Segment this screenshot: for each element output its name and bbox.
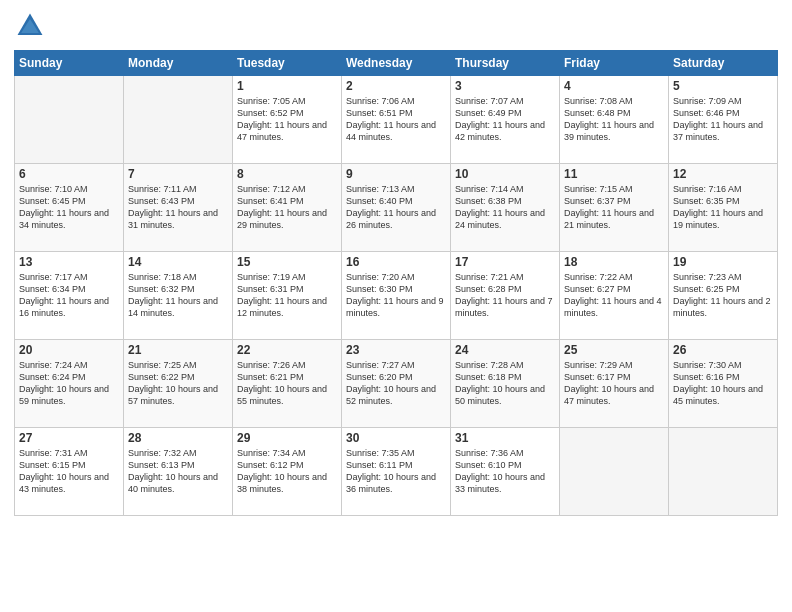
day-header-sunday: Sunday [15, 51, 124, 76]
day-number: 28 [128, 431, 228, 445]
cell-content: Sunrise: 7:36 AM Sunset: 6:10 PM Dayligh… [455, 447, 555, 496]
cell-content: Sunrise: 7:29 AM Sunset: 6:17 PM Dayligh… [564, 359, 664, 408]
cell-content: Sunrise: 7:13 AM Sunset: 6:40 PM Dayligh… [346, 183, 446, 232]
calendar-cell: 21Sunrise: 7:25 AM Sunset: 6:22 PM Dayli… [124, 340, 233, 428]
day-number: 6 [19, 167, 119, 181]
day-number: 8 [237, 167, 337, 181]
calendar-cell: 25Sunrise: 7:29 AM Sunset: 6:17 PM Dayli… [560, 340, 669, 428]
day-header-friday: Friday [560, 51, 669, 76]
day-number: 9 [346, 167, 446, 181]
day-number: 18 [564, 255, 664, 269]
day-number: 10 [455, 167, 555, 181]
week-row-2: 6Sunrise: 7:10 AM Sunset: 6:45 PM Daylig… [15, 164, 778, 252]
cell-content: Sunrise: 7:27 AM Sunset: 6:20 PM Dayligh… [346, 359, 446, 408]
day-number: 29 [237, 431, 337, 445]
cell-content: Sunrise: 7:05 AM Sunset: 6:52 PM Dayligh… [237, 95, 337, 144]
day-number: 13 [19, 255, 119, 269]
calendar-cell: 1Sunrise: 7:05 AM Sunset: 6:52 PM Daylig… [233, 76, 342, 164]
calendar-cell: 5Sunrise: 7:09 AM Sunset: 6:46 PM Daylig… [669, 76, 778, 164]
cell-content: Sunrise: 7:24 AM Sunset: 6:24 PM Dayligh… [19, 359, 119, 408]
day-number: 1 [237, 79, 337, 93]
calendar-cell: 22Sunrise: 7:26 AM Sunset: 6:21 PM Dayli… [233, 340, 342, 428]
calendar-cell: 26Sunrise: 7:30 AM Sunset: 6:16 PM Dayli… [669, 340, 778, 428]
cell-content: Sunrise: 7:25 AM Sunset: 6:22 PM Dayligh… [128, 359, 228, 408]
day-number: 5 [673, 79, 773, 93]
calendar-cell: 3Sunrise: 7:07 AM Sunset: 6:49 PM Daylig… [451, 76, 560, 164]
calendar-cell: 30Sunrise: 7:35 AM Sunset: 6:11 PM Dayli… [342, 428, 451, 516]
calendar-cell: 14Sunrise: 7:18 AM Sunset: 6:32 PM Dayli… [124, 252, 233, 340]
calendar-cell [124, 76, 233, 164]
cell-content: Sunrise: 7:07 AM Sunset: 6:49 PM Dayligh… [455, 95, 555, 144]
header-row: SundayMondayTuesdayWednesdayThursdayFrid… [15, 51, 778, 76]
week-row-5: 27Sunrise: 7:31 AM Sunset: 6:15 PM Dayli… [15, 428, 778, 516]
day-number: 2 [346, 79, 446, 93]
cell-content: Sunrise: 7:10 AM Sunset: 6:45 PM Dayligh… [19, 183, 119, 232]
day-number: 17 [455, 255, 555, 269]
day-number: 27 [19, 431, 119, 445]
day-number: 25 [564, 343, 664, 357]
cell-content: Sunrise: 7:15 AM Sunset: 6:37 PM Dayligh… [564, 183, 664, 232]
calendar-cell: 15Sunrise: 7:19 AM Sunset: 6:31 PM Dayli… [233, 252, 342, 340]
cell-content: Sunrise: 7:17 AM Sunset: 6:34 PM Dayligh… [19, 271, 119, 320]
cell-content: Sunrise: 7:28 AM Sunset: 6:18 PM Dayligh… [455, 359, 555, 408]
cell-content: Sunrise: 7:11 AM Sunset: 6:43 PM Dayligh… [128, 183, 228, 232]
cell-content: Sunrise: 7:12 AM Sunset: 6:41 PM Dayligh… [237, 183, 337, 232]
calendar-cell: 23Sunrise: 7:27 AM Sunset: 6:20 PM Dayli… [342, 340, 451, 428]
day-number: 3 [455, 79, 555, 93]
cell-content: Sunrise: 7:23 AM Sunset: 6:25 PM Dayligh… [673, 271, 773, 320]
cell-content: Sunrise: 7:32 AM Sunset: 6:13 PM Dayligh… [128, 447, 228, 496]
day-number: 4 [564, 79, 664, 93]
day-number: 14 [128, 255, 228, 269]
cell-content: Sunrise: 7:21 AM Sunset: 6:28 PM Dayligh… [455, 271, 555, 320]
week-row-3: 13Sunrise: 7:17 AM Sunset: 6:34 PM Dayli… [15, 252, 778, 340]
calendar-cell [560, 428, 669, 516]
day-header-saturday: Saturday [669, 51, 778, 76]
cell-content: Sunrise: 7:26 AM Sunset: 6:21 PM Dayligh… [237, 359, 337, 408]
cell-content: Sunrise: 7:35 AM Sunset: 6:11 PM Dayligh… [346, 447, 446, 496]
calendar-cell: 4Sunrise: 7:08 AM Sunset: 6:48 PM Daylig… [560, 76, 669, 164]
cell-content: Sunrise: 7:22 AM Sunset: 6:27 PM Dayligh… [564, 271, 664, 320]
day-number: 21 [128, 343, 228, 357]
day-header-wednesday: Wednesday [342, 51, 451, 76]
week-row-4: 20Sunrise: 7:24 AM Sunset: 6:24 PM Dayli… [15, 340, 778, 428]
day-header-thursday: Thursday [451, 51, 560, 76]
calendar-cell: 18Sunrise: 7:22 AM Sunset: 6:27 PM Dayli… [560, 252, 669, 340]
day-number: 24 [455, 343, 555, 357]
calendar-cell: 11Sunrise: 7:15 AM Sunset: 6:37 PM Dayli… [560, 164, 669, 252]
day-number: 23 [346, 343, 446, 357]
cell-content: Sunrise: 7:06 AM Sunset: 6:51 PM Dayligh… [346, 95, 446, 144]
calendar-cell: 24Sunrise: 7:28 AM Sunset: 6:18 PM Dayli… [451, 340, 560, 428]
calendar-cell: 28Sunrise: 7:32 AM Sunset: 6:13 PM Dayli… [124, 428, 233, 516]
calendar-cell: 2Sunrise: 7:06 AM Sunset: 6:51 PM Daylig… [342, 76, 451, 164]
logo [14, 10, 50, 42]
logo-icon [14, 10, 46, 42]
week-row-1: 1Sunrise: 7:05 AM Sunset: 6:52 PM Daylig… [15, 76, 778, 164]
calendar-cell: 13Sunrise: 7:17 AM Sunset: 6:34 PM Dayli… [15, 252, 124, 340]
cell-content: Sunrise: 7:34 AM Sunset: 6:12 PM Dayligh… [237, 447, 337, 496]
cell-content: Sunrise: 7:09 AM Sunset: 6:46 PM Dayligh… [673, 95, 773, 144]
day-header-tuesday: Tuesday [233, 51, 342, 76]
day-number: 15 [237, 255, 337, 269]
calendar-cell: 31Sunrise: 7:36 AM Sunset: 6:10 PM Dayli… [451, 428, 560, 516]
cell-content: Sunrise: 7:30 AM Sunset: 6:16 PM Dayligh… [673, 359, 773, 408]
calendar-cell: 8Sunrise: 7:12 AM Sunset: 6:41 PM Daylig… [233, 164, 342, 252]
calendar-cell: 9Sunrise: 7:13 AM Sunset: 6:40 PM Daylig… [342, 164, 451, 252]
cell-content: Sunrise: 7:18 AM Sunset: 6:32 PM Dayligh… [128, 271, 228, 320]
day-number: 16 [346, 255, 446, 269]
calendar-cell: 20Sunrise: 7:24 AM Sunset: 6:24 PM Dayli… [15, 340, 124, 428]
cell-content: Sunrise: 7:08 AM Sunset: 6:48 PM Dayligh… [564, 95, 664, 144]
page: SundayMondayTuesdayWednesdayThursdayFrid… [0, 0, 792, 612]
calendar-cell: 27Sunrise: 7:31 AM Sunset: 6:15 PM Dayli… [15, 428, 124, 516]
header [14, 10, 778, 42]
cell-content: Sunrise: 7:20 AM Sunset: 6:30 PM Dayligh… [346, 271, 446, 320]
calendar-cell: 12Sunrise: 7:16 AM Sunset: 6:35 PM Dayli… [669, 164, 778, 252]
day-number: 11 [564, 167, 664, 181]
calendar-cell: 17Sunrise: 7:21 AM Sunset: 6:28 PM Dayli… [451, 252, 560, 340]
cell-content: Sunrise: 7:14 AM Sunset: 6:38 PM Dayligh… [455, 183, 555, 232]
day-number: 30 [346, 431, 446, 445]
day-number: 7 [128, 167, 228, 181]
day-number: 12 [673, 167, 773, 181]
day-number: 31 [455, 431, 555, 445]
day-number: 22 [237, 343, 337, 357]
cell-content: Sunrise: 7:31 AM Sunset: 6:15 PM Dayligh… [19, 447, 119, 496]
